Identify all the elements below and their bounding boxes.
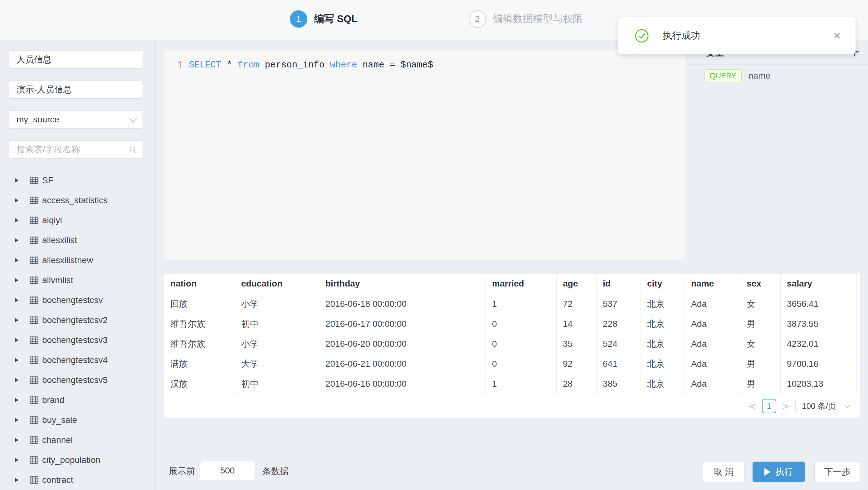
sql-text: *: [221, 60, 238, 70]
tree-item[interactable]: bochengtestcsv3: [0, 330, 155, 350]
tree-item[interactable]: aiqiyi: [0, 210, 155, 230]
tree-item-label: access_statistics: [42, 195, 107, 205]
table-cell: 初中: [235, 314, 319, 334]
table-cell: 9700.16: [781, 354, 857, 374]
column-header: salary: [781, 274, 857, 294]
tree-item-label: brand: [42, 395, 65, 405]
column-header: education: [235, 274, 319, 294]
tree-item[interactable]: allesxilistnew: [0, 250, 155, 270]
caret-right-icon[interactable]: [15, 318, 19, 323]
table-cell: 537: [596, 294, 641, 314]
caret-right-icon[interactable]: [15, 438, 19, 442]
table-search-input[interactable]: [17, 145, 129, 154]
column-header: sex: [740, 274, 781, 294]
table-cell: 228: [596, 314, 641, 334]
table-cell: 女: [740, 294, 781, 314]
next-step-button[interactable]: 下一步: [814, 462, 860, 482]
tree-item[interactable]: allesxilist: [0, 230, 155, 250]
caret-right-icon[interactable]: [15, 458, 19, 462]
caret-right-icon[interactable]: [15, 258, 19, 263]
dataset-name-input[interactable]: [9, 51, 143, 69]
run-button[interactable]: 执行: [752, 462, 805, 482]
caret-right-icon[interactable]: [15, 398, 19, 402]
step-connector-line: [368, 19, 458, 19]
tree-item-label: buy_sale: [42, 415, 77, 425]
pagination-next-icon[interactable]: >: [781, 401, 791, 412]
cancel-button[interactable]: 取 消: [703, 462, 744, 482]
table-cell: 385: [596, 374, 641, 394]
caret-right-icon[interactable]: [15, 198, 19, 203]
row-limit-input[interactable]: [200, 461, 255, 480]
tree-item[interactable]: allvmlist: [0, 270, 155, 290]
table-icon: [30, 237, 38, 244]
table-icon: [30, 357, 38, 364]
table-row: 满族大学2016-06-21 00:00:00092641北京Ada男9700.…: [164, 354, 857, 374]
column-header: city: [641, 274, 685, 294]
tree-item[interactable]: bochengtestcsv4: [0, 350, 155, 370]
caret-right-icon[interactable]: [15, 378, 19, 382]
pagination-prev-icon[interactable]: <: [747, 401, 757, 412]
table-row: 汉族初中2016-06-16 00:00:00128385北京Ada男10203…: [164, 374, 857, 394]
caret-right-icon[interactable]: [15, 218, 19, 222]
tree-item[interactable]: bochengtestcsv5: [0, 370, 155, 390]
tree-item[interactable]: brand: [0, 390, 155, 410]
table-cell: 北京: [641, 294, 685, 314]
table-icon: [30, 436, 38, 444]
table-cell: 男: [740, 354, 781, 374]
table-cell: 汉族: [164, 374, 235, 394]
results-panel: nationeducationbirthdaymarriedageidcityn…: [164, 273, 860, 418]
tree-item[interactable]: access_statistics: [0, 190, 155, 210]
sql-keyword: where: [330, 60, 357, 70]
tree-item[interactable]: contract: [0, 470, 155, 490]
tree-item[interactable]: bochengtestcsv: [0, 290, 155, 310]
toast-close-icon[interactable]: ✕: [833, 30, 841, 42]
table-cell: 初中: [235, 374, 319, 394]
success-check-icon: [634, 29, 649, 43]
caret-right-icon[interactable]: [15, 298, 19, 302]
caret-right-icon[interactable]: [15, 178, 19, 183]
sql-text: person_info: [259, 60, 330, 70]
results-body: 回族小学2016-06-18 00:00:00172537北京Ada女3656.…: [164, 294, 857, 394]
tree-item[interactable]: city_population: [0, 450, 155, 470]
step-2-label: 编辑数据模型与权限: [493, 12, 583, 26]
tree-item-label: allesxilist: [42, 235, 77, 245]
table-row: 回族小学2016-06-18 00:00:00172537北京Ada女3656.…: [164, 294, 857, 314]
dataset-display-name-input[interactable]: [9, 81, 143, 99]
tree-item[interactable]: channel: [0, 430, 155, 450]
tree-item-label: bochengtestcsv2: [42, 315, 107, 325]
table-cell: 10203.13: [781, 374, 857, 394]
tree-item[interactable]: buy_sale: [0, 410, 155, 430]
caret-right-icon[interactable]: [15, 238, 19, 243]
table-icon: [30, 336, 38, 344]
datasource-select[interactable]: my_source: [9, 111, 143, 129]
search-icon: [129, 145, 136, 154]
chevron-down-icon: [129, 115, 137, 122]
table-cell: 维吾尔族: [164, 314, 235, 334]
pagination-current-page[interactable]: 1: [762, 399, 776, 413]
table-icon: [30, 277, 38, 284]
table-cell: 2016-06-20 00:00:00: [319, 334, 486, 354]
table-cell: 大学: [235, 354, 319, 374]
tree-item-label: aiqiyi: [42, 215, 62, 225]
caret-right-icon[interactable]: [15, 418, 19, 422]
caret-right-icon[interactable]: [15, 358, 19, 362]
table-icon: [30, 376, 38, 384]
tree-item[interactable]: bochengtestcsv2: [0, 310, 155, 330]
caret-right-icon[interactable]: [15, 338, 19, 342]
step-2-edit-model: 2 编辑数据模型与权限: [469, 10, 583, 28]
table-icon: [30, 416, 38, 424]
tree-item[interactable]: SF: [0, 171, 155, 190]
table-row: 维吾尔族初中2016-06-17 00:00:00014228北京Ada男387…: [164, 314, 857, 334]
table-cell: 0: [486, 334, 557, 354]
page-size-select[interactable]: 100 条/页: [795, 399, 855, 413]
table-cell: Ada: [685, 334, 740, 354]
table-cell: 北京: [641, 314, 685, 334]
sql-code-line: 1 SELECT * from person_info where name =…: [164, 50, 685, 71]
caret-right-icon[interactable]: [15, 478, 19, 482]
sql-editor[interactable]: 1 SELECT * from person_info where name =…: [164, 50, 685, 260]
column-header: married: [486, 274, 557, 294]
caret-right-icon[interactable]: [15, 278, 19, 282]
table-icon: [30, 256, 38, 264]
chevron-down-icon: [844, 402, 850, 408]
table-cell: 满族: [164, 354, 235, 374]
